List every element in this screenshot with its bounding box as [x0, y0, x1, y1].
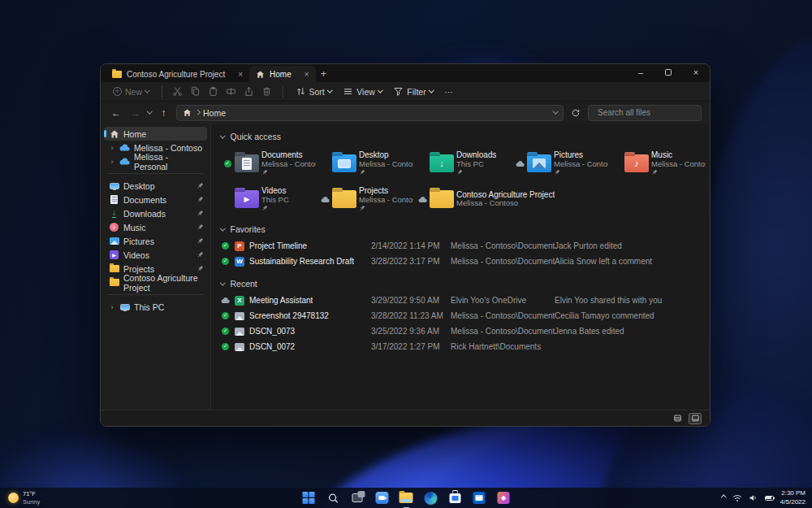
rename-button[interactable] [224, 85, 239, 99]
this-pc-icon [119, 304, 130, 310]
taskbar-clock[interactable]: 2:30 PM 4/5/2022 [780, 489, 806, 506]
sidebar-item-this-pc[interactable]: › This PC [104, 300, 207, 314]
view-button[interactable]: View [339, 85, 386, 98]
back-button[interactable]: ← [109, 107, 123, 119]
file-date: 3/28/2022 3:17 PM [371, 257, 451, 266]
sidebar-item-pictures[interactable]: Pictures [104, 234, 207, 248]
copy-button[interactable] [188, 85, 203, 99]
file-location: Melissa - Contoso\Documents [451, 327, 555, 336]
search-box[interactable] [588, 105, 702, 121]
quick-access-tile-desktop[interactable]: Desktop Melissa - Contoso [318, 146, 415, 180]
section-header-recent[interactable]: Recent [221, 277, 703, 290]
paste-button[interactable] [206, 85, 221, 99]
share-button[interactable] [242, 85, 257, 99]
file-explorer-window: Contoso Agriculture Project × Home × + –… [100, 63, 710, 427]
sidebar-item-documents[interactable]: Documents [104, 193, 207, 206]
edge-button[interactable] [422, 489, 439, 506]
quick-access-tile-videos[interactable]: ▶ Videos This PC [221, 182, 317, 216]
sort-button[interactable]: Sort [292, 85, 336, 98]
expand-chevron-icon[interactable]: › [109, 303, 115, 311]
file-explorer-button[interactable] [398, 489, 415, 506]
start-button[interactable] [300, 489, 317, 506]
image-file-icon [235, 343, 244, 351]
file-row-screenshot-29478132[interactable]: ✓ Screenshot 29478132 3/28/2022 11:23 AM… [221, 308, 703, 323]
section-header-favorites[interactable]: Favorites [221, 223, 703, 236]
sidebar-item-contoso-agriculture-project[interactable]: Contoso Agriculture Project [104, 276, 207, 289]
expand-chevron-icon[interactable]: › [109, 144, 115, 152]
filter-button[interactable]: Filter [389, 85, 437, 98]
expand-chevron-icon[interactable]: › [109, 158, 115, 166]
sidebar-item-home[interactable]: Home [104, 127, 207, 141]
sidebar-item-downloads[interactable]: ↓ Downloads [104, 206, 207, 220]
chat-button[interactable] [374, 489, 391, 506]
up-button[interactable]: ↑ [157, 107, 171, 119]
tab-home[interactable]: Home × [249, 66, 316, 82]
file-row-dscn-0072[interactable]: ✓ DSCN_0072 3/17/2022 1:27 PM Rick Hartn… [221, 339, 703, 354]
collapse-chevron-icon[interactable] [220, 225, 225, 230]
battery-icon[interactable] [765, 496, 774, 501]
microsoft-store-button[interactable] [447, 489, 464, 506]
refresh-button[interactable] [568, 106, 583, 120]
taskbar-weather-widget[interactable]: 71°F Sunny [8, 490, 40, 506]
tab-close-icon[interactable]: × [304, 70, 309, 79]
details-view-button[interactable] [671, 413, 684, 424]
clock-date: 4/5/2022 [780, 498, 806, 506]
more-options-button[interactable]: ··· [440, 85, 457, 98]
quick-access-tile-pictures[interactable]: Pictures Melissa - Contoso [513, 146, 610, 180]
taskbar-search-button[interactable] [325, 489, 342, 506]
new-button[interactable]: + New [109, 85, 153, 98]
wifi-icon[interactable] [732, 494, 742, 502]
file-row-project-timeline[interactable]: ✓ P Project Timeline 2/14/2022 1:14 PM M… [221, 238, 703, 254]
section-header-quick-access[interactable]: Quick access [221, 130, 703, 143]
sidebar-item-melissa-personal[interactable]: › Melissa - Personal [104, 154, 207, 168]
address-dropdown-chevron-icon[interactable] [553, 109, 558, 114]
videos-folder-icon: ▶ [235, 190, 259, 208]
collapse-chevron-icon[interactable] [220, 280, 225, 284]
office-app-button[interactable]: ◆ [495, 489, 512, 506]
toolbar-divider [162, 86, 162, 98]
documents-folder-icon [235, 154, 259, 172]
quick-access-tile-music[interactable]: ♪ Music Melissa - Contoso [611, 146, 707, 180]
sidebar-item-videos[interactable]: ▶ Videos [104, 248, 207, 262]
tile-location: This PC [456, 160, 496, 169]
sidebar-item-music[interactable]: ♪ Music [104, 220, 207, 234]
quick-access-tile-downloads[interactable]: ↓ Downloads This PC [416, 146, 512, 180]
delete-button[interactable] [260, 85, 274, 99]
sidebar-item-label: This PC [134, 302, 164, 312]
recent-locations-chevron-icon[interactable] [147, 109, 152, 114]
pin-icon [197, 237, 204, 245]
quick-access-tile-contoso-agriculture-project[interactable]: Contoso Agriculture Project Melissa - Co… [416, 182, 610, 216]
file-row-meeting-assistant[interactable]: X Meeting Assistant 3/29/2022 9:50 AM El… [221, 293, 703, 308]
minimize-button[interactable]: – [627, 64, 654, 80]
file-row-dscn-0073[interactable]: ✓ DSCN_0073 3/25/2022 9:36 AM Melissa - … [221, 323, 703, 339]
tab-close-icon[interactable]: × [238, 70, 243, 79]
synced-check-icon: ✓ [224, 160, 231, 167]
sidebar-item-desktop[interactable]: Desktop [104, 179, 207, 193]
pin-icon [359, 205, 413, 212]
collapse-chevron-icon[interactable] [220, 132, 225, 137]
search-input[interactable] [598, 108, 705, 117]
store-bag-icon [449, 493, 460, 503]
sidebar-item-label: Videos [123, 250, 149, 260]
tab-contoso-agriculture-project[interactable]: Contoso Agriculture Project × [106, 66, 249, 82]
task-view-button[interactable] [349, 489, 366, 506]
image-file-icon [235, 312, 244, 320]
cut-button[interactable] [171, 85, 185, 99]
forward-button[interactable]: → [128, 107, 143, 119]
cloud-status-icon [321, 197, 330, 202]
outlook-button[interactable] [471, 489, 488, 506]
maximize-button[interactable] [654, 64, 682, 80]
new-tab-button[interactable]: + [316, 66, 332, 82]
tile-location: Melissa - Contoso [359, 160, 413, 169]
breadcrumb[interactable]: Home [176, 105, 564, 121]
quick-access-tile-documents[interactable]: ✓ Documents Melissa - Contoso [221, 146, 317, 180]
hidden-icons-chevron[interactable] [722, 496, 726, 500]
close-button[interactable]: × [682, 64, 710, 80]
folder-icon [109, 279, 119, 286]
thumbnails-view-button[interactable] [689, 413, 702, 424]
quick-access-tile-projects[interactable]: Projects Melissa - Contoso [318, 182, 415, 216]
file-row-sustainability-research-draft[interactable]: ✓ W Sustainability Research Draft 3/28/2… [221, 254, 703, 269]
sun-icon [8, 493, 19, 503]
volume-icon[interactable] [749, 493, 758, 502]
pin-icon [261, 205, 289, 212]
